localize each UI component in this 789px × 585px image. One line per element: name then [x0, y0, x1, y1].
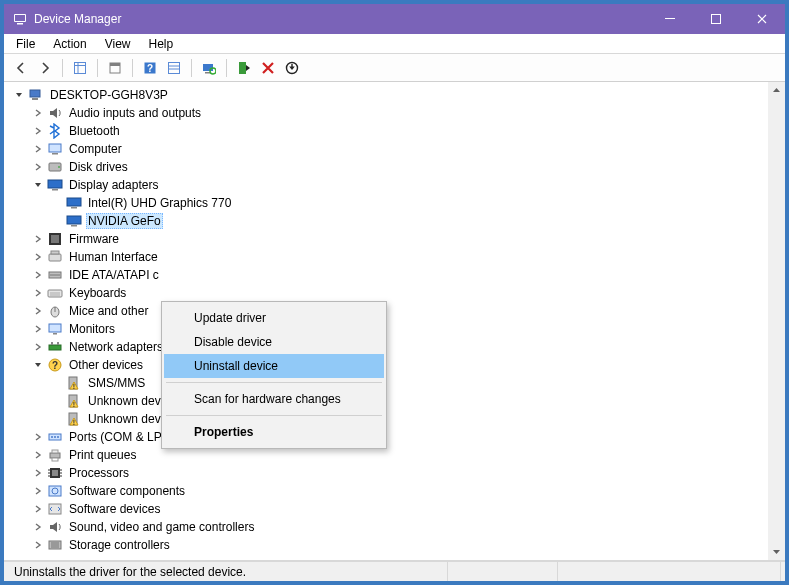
- tree-row[interactable]: Disk drives: [8, 158, 768, 176]
- svg-text:?: ?: [147, 63, 153, 74]
- show-hide-tree-button[interactable]: [69, 57, 91, 79]
- uninstall-device-button[interactable]: [257, 57, 279, 79]
- tree-item-label: Firmware: [67, 231, 121, 247]
- tree-row[interactable]: Firmware: [8, 230, 768, 248]
- action-list-button[interactable]: [163, 57, 185, 79]
- chevron-right-icon[interactable]: [31, 466, 45, 480]
- tree-row[interactable]: !Unknown device: [8, 392, 768, 410]
- chevron-right-icon[interactable]: [31, 304, 45, 318]
- tree-row[interactable]: Ports (COM & LPT): [8, 428, 768, 446]
- chevron-right-icon[interactable]: [31, 448, 45, 462]
- tree-row[interactable]: Bluetooth: [8, 122, 768, 140]
- hid-icon: [47, 249, 63, 265]
- tree-row[interactable]: !SMS/MMS: [8, 374, 768, 392]
- chevron-right-icon[interactable]: [31, 232, 45, 246]
- chevron-right-icon[interactable]: [31, 322, 45, 336]
- titlebar[interactable]: Device Manager: [4, 4, 785, 34]
- tree-row[interactable]: Storage controllers: [8, 536, 768, 554]
- svg-rect-60: [50, 453, 60, 458]
- tree-item-label: Software devices: [67, 501, 162, 517]
- tree-row[interactable]: Network adapters: [8, 338, 768, 356]
- minimize-button[interactable]: [647, 4, 693, 34]
- app-icon: [12, 11, 28, 27]
- tree-row[interactable]: ?Other devices: [8, 356, 768, 374]
- chevron-right-icon[interactable]: [31, 538, 45, 552]
- vertical-scrollbar[interactable]: [768, 82, 785, 560]
- chevron-right-icon[interactable]: [31, 268, 45, 282]
- tree-row[interactable]: Display adapters: [8, 176, 768, 194]
- chevron-right-icon[interactable]: [31, 520, 45, 534]
- svg-rect-23: [52, 153, 58, 155]
- tree-row[interactable]: DESKTOP-GGH8V3P: [8, 86, 768, 104]
- chevron-right-icon[interactable]: [31, 286, 45, 300]
- context-menu-item[interactable]: Uninstall device: [164, 354, 384, 378]
- tree-row[interactable]: Intel(R) UHD Graphics 770: [8, 194, 768, 212]
- chevron-right-icon[interactable]: [31, 142, 45, 156]
- context-menu-item[interactable]: Disable device: [164, 330, 384, 354]
- tree-row[interactable]: Keyboards: [8, 284, 768, 302]
- scroll-down-icon[interactable]: [768, 543, 785, 560]
- display-icon: [47, 177, 63, 193]
- chevron-right-icon[interactable]: [31, 430, 45, 444]
- tree-row[interactable]: IDE ATA/ATAPI c: [8, 266, 768, 284]
- enable-device-button[interactable]: [233, 57, 255, 79]
- statusbar: Uninstalls the driver for the selected d…: [4, 561, 785, 581]
- tree-item-label: Processors: [67, 465, 131, 481]
- tree-row[interactable]: !Unknown device: [8, 410, 768, 428]
- cpu-icon: [47, 465, 63, 481]
- close-button[interactable]: [739, 4, 785, 34]
- scroll-up-icon[interactable]: [768, 82, 785, 99]
- display-icon: [66, 213, 82, 229]
- context-menu-item[interactable]: Properties: [164, 420, 384, 444]
- back-button[interactable]: [10, 57, 32, 79]
- chevron-down-icon[interactable]: [31, 178, 45, 192]
- svg-rect-22: [49, 144, 61, 152]
- chevron-right-icon[interactable]: [31, 340, 45, 354]
- help-button[interactable]: ?: [139, 57, 161, 79]
- tree-item-label: Mice and other: [67, 303, 150, 319]
- maximize-button[interactable]: [693, 4, 739, 34]
- properties-button[interactable]: [104, 57, 126, 79]
- tree-row[interactable]: Mice and other: [8, 302, 768, 320]
- context-menu-item[interactable]: Update driver: [164, 306, 384, 330]
- context-menu-separator: [166, 382, 382, 383]
- scan-hardware-button[interactable]: [198, 57, 220, 79]
- audio-icon: [47, 105, 63, 121]
- chevron-right-icon[interactable]: [31, 484, 45, 498]
- disable-device-button[interactable]: [281, 57, 303, 79]
- svg-rect-27: [52, 189, 58, 191]
- content-area: DESKTOP-GGH8V3PAudio inputs and outputsB…: [4, 82, 785, 561]
- tree-row[interactable]: Software components: [8, 482, 768, 500]
- tree-item-label: Sound, video and game controllers: [67, 519, 256, 535]
- chevron-right-icon[interactable]: [31, 106, 45, 120]
- menu-file[interactable]: File: [8, 35, 43, 53]
- tree-row[interactable]: Human Interface: [8, 248, 768, 266]
- menu-help[interactable]: Help: [141, 35, 182, 53]
- svg-rect-9: [110, 63, 120, 66]
- ports-icon: [47, 429, 63, 445]
- chevron-right-icon[interactable]: [31, 250, 45, 264]
- tree-row[interactable]: Computer: [8, 140, 768, 158]
- menu-action[interactable]: Action: [45, 35, 94, 53]
- svg-rect-12: [169, 62, 180, 73]
- svg-rect-61: [52, 450, 58, 453]
- display-icon: [66, 195, 82, 211]
- tree-row[interactable]: Processors: [8, 464, 768, 482]
- tree-row[interactable]: Audio inputs and outputs: [8, 104, 768, 122]
- status-text: Uninstalls the driver for the selected d…: [8, 562, 448, 581]
- tree-row[interactable]: Print queues: [8, 446, 768, 464]
- separator: [226, 59, 227, 77]
- tree-row[interactable]: Sound, video and game controllers: [8, 518, 768, 536]
- chevron-down-icon[interactable]: [31, 358, 45, 372]
- menu-view[interactable]: View: [97, 35, 139, 53]
- forward-button[interactable]: [34, 57, 56, 79]
- computer-icon: [47, 141, 63, 157]
- chevron-right-icon[interactable]: [31, 160, 45, 174]
- context-menu-item[interactable]: Scan for hardware changes: [164, 387, 384, 411]
- tree-row[interactable]: Monitors: [8, 320, 768, 338]
- tree-row[interactable]: Software devices: [8, 500, 768, 518]
- chevron-down-icon[interactable]: [12, 88, 26, 102]
- chevron-right-icon[interactable]: [31, 502, 45, 516]
- chevron-right-icon[interactable]: [31, 124, 45, 138]
- tree-row[interactable]: NVIDIA GeFo: [8, 212, 768, 230]
